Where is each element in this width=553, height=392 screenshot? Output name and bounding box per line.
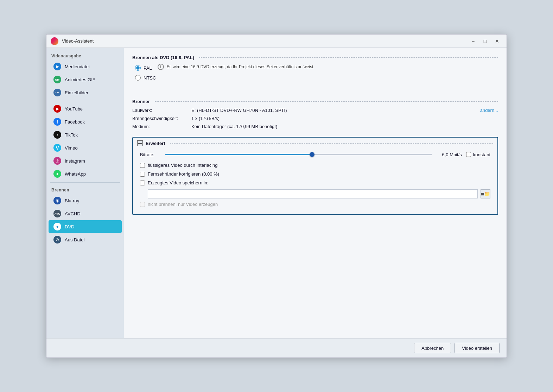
sidebar-label-einzelbilder: Einzelbilder [65,90,88,95]
sidebar-item-animiertes-gif[interactable]: GIF Animiertes GIF [49,73,122,86]
tiktok-icon: ♪ [53,131,61,139]
sidebar-item-tiktok[interactable]: ♪ TikTok [49,128,122,141]
pal-ntsc-group: PAL i Es wird eine 16:9-DVD erzeugt, da … [135,64,498,81]
cancel-button[interactable]: Abbrechen [414,343,451,353]
sidebar-item-whatsapp[interactable]: ● WhatsApp [49,167,122,180]
bluray-icon: ◉ [53,197,61,204]
sidebar-item-bluray[interactable]: ◉ Blu-ray [49,194,122,207]
vimeo-icon: V [53,144,61,152]
ausdatei-icon: ⊙ [53,236,61,244]
medium-row: Medium: Kein Datenträger (ca. 170,99 MB … [132,124,498,129]
medium-value: Kein Datenträger (ca. 170,99 MB benötigt… [191,124,277,129]
interlacing-row: flüssigeres Video durch Interlacing [133,161,497,170]
create-video-button[interactable]: Video erstellen [455,343,500,353]
pal-radio-row: PAL [135,65,152,71]
avchd-icon: AVC [53,210,61,217]
sidebar-item-einzelbilder[interactable]: 〜 Einzelbilder [49,86,122,99]
pal-label[interactable]: PAL [144,65,152,71]
youtube-icon: ▶ [53,105,61,113]
sidebar-section-brennen: Brennen [46,185,124,194]
sidebar-label-gif: Animiertes GIF [65,77,95,82]
slider-thumb [310,152,314,157]
erweitert-header: — Erweitert [133,138,497,148]
slider-fill [165,154,312,155]
bitrate-slider-container[interactable] [165,151,432,158]
no-burn-checkbox[interactable] [140,202,145,207]
burn-section-header: Brennen als DVD (16:9, PAL) [132,55,498,60]
pal-radio[interactable] [135,65,141,71]
sidebar-label-dvd: DVD [65,224,74,229]
bitrate-label: Bitrate: [140,152,161,157]
save-video-row: Erzeugtes Video speichern in: [133,178,497,187]
sidebar-label-tiktok: TikTok [65,132,78,138]
brenngeschwindigkeit-value: 1 x (176 kB/s) [191,116,220,121]
maximize-button[interactable]: □ [480,37,490,46]
sidebar-label-facebook: Facebook [65,119,85,125]
aendern-button[interactable]: ändern... [480,108,498,113]
erweitert-divider [170,143,493,144]
save-video-label[interactable]: Erzeugtes Video speichern in: [148,180,208,185]
interlacing-label[interactable]: flüssigeres Video durch Interlacing [148,163,218,168]
sidebar-label-vimeo: Vimeo [65,145,78,151]
brenner-section-title: Brenner [132,99,150,104]
footer: Abbrechen Video erstellen [46,338,507,358]
sidebar-item-avchd[interactable]: AVC AVCHD [49,207,122,220]
gif-icon: GIF [53,76,61,83]
ntsc-radio[interactable] [135,75,141,81]
erweitert-title: Erweitert [146,141,165,146]
no-burn-label[interactable]: nicht brennen, nur Video erzeugen [148,202,218,207]
sidebar-label-avchd: AVCHD [65,211,81,216]
bitrate-row: Bitrate: 6,0 Mbit/s konstant [133,148,497,161]
main-window: Video-Assistent − □ ✕ Videoausgabe ▶ Med… [46,34,507,358]
minimize-button[interactable]: − [468,37,478,46]
sidebar-item-facebook[interactable]: f Facebook [49,115,122,128]
sidebar-divider [50,182,120,183]
burn-section-title: Brennen als DVD (16:9, PAL) [132,55,194,60]
sidebar-label-bluray: Blu-ray [65,198,79,203]
save-video-checkbox[interactable] [140,181,145,185]
einzelbilder-icon: 〜 [53,89,61,96]
sidebar-item-dvd[interactable]: ● DVD [49,220,122,233]
fernsehraender-label[interactable]: Fernsehränder korrigieren (0,00 %) [148,171,219,177]
sidebar-item-youtube[interactable]: ▶ YouTube [49,102,122,115]
svg-rect-0 [481,193,484,195]
facebook-icon: f [53,118,61,126]
interlacing-checkbox[interactable] [140,163,145,168]
dvd-icon: ● [53,223,61,230]
laufwerk-label: Laufwerk: [132,108,189,113]
sidebar-label-ausdatei: Aus Datei [65,237,84,242]
folder-button[interactable]: 📁 [481,189,490,198]
brenner-section-header: Brenner [132,99,498,104]
save-path-row: 📁 [133,187,497,200]
titlebar: Video-Assistent − □ ✕ [46,34,507,48]
main-panel: Brennen als DVD (16:9, PAL) PAL i Es wir… [124,48,507,338]
ntsc-label[interactable]: NTSC [144,75,156,81]
medium-label: Medium: [132,124,189,129]
sidebar-item-instagram[interactable]: ◎ Instagram [49,154,122,167]
info-icon: i [158,64,164,70]
konstant-label[interactable]: konstant [473,152,490,157]
erweitert-section: — Erweitert Bitrate: 6,0 Mbit/s [132,137,498,215]
close-button[interactable]: ✕ [492,37,502,46]
slider-track [165,154,432,155]
sidebar-label-whatsapp: WhatsApp [65,171,86,177]
bitrate-value: 6,0 Mbit/s [437,152,462,157]
mediendatei-icon: ▶ [53,63,61,70]
fernsehraender-checkbox[interactable] [140,172,145,177]
whatsapp-icon: ● [53,170,61,178]
brenngeschwindigkeit-row: Brenngeschwindigkeit: 1 x (176 kB/s) [132,116,498,121]
konstant-checkbox[interactable] [466,152,471,157]
sidebar-label-youtube: YouTube [65,106,83,112]
window-title: Video-Assistent [62,38,468,44]
content-area: Videoausgabe ▶ Mediendatei GIF Animierte… [46,48,507,338]
laufwerk-row: Laufwerk: E: (HL-DT-ST DVD+-RW GH70N - A… [132,108,498,113]
sidebar-label-instagram: Instagram [65,158,85,164]
no-burn-row: nicht brennen, nur Video erzeugen [133,200,497,209]
sidebar-item-ausdatei[interactable]: ⊙ Aus Datei [49,233,122,246]
app-icon [51,37,58,45]
erweitert-toggle[interactable]: — [137,140,143,146]
sidebar-section-videoausgabe: Videoausgabe [46,51,124,60]
save-path-input[interactable] [148,189,478,198]
sidebar-item-vimeo[interactable]: V Vimeo [49,141,122,154]
sidebar-item-mediendatei[interactable]: ▶ Mediendatei [49,60,122,73]
